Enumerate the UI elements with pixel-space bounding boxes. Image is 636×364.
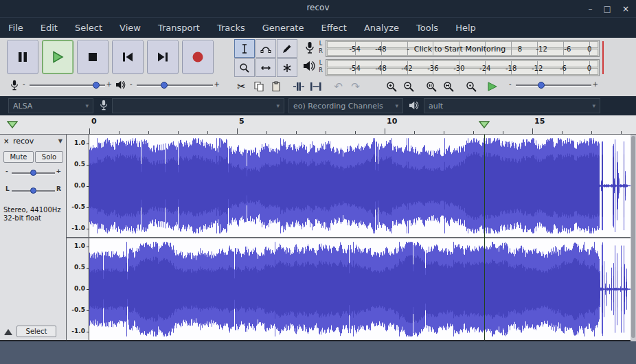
silence-selection-button[interactable] [307, 78, 324, 95]
timeline-playhead-marker[interactable] [479, 121, 490, 128]
window-controls: – □ × [589, 0, 629, 17]
skip-to-end-button[interactable] [147, 40, 179, 74]
meter-tick-label: -48 [375, 45, 386, 52]
pan-slider[interactable]: L R [5, 184, 61, 196]
menu-item-tools[interactable]: Tools [416, 23, 438, 33]
solo-button[interactable]: Solo [35, 151, 63, 163]
paste-button[interactable] [267, 78, 284, 95]
play-button[interactable] [42, 40, 73, 74]
menu-item-tracks[interactable]: Tracks [217, 23, 245, 33]
stop-button[interactable] [77, 40, 109, 74]
slider-thumb[interactable] [30, 187, 36, 194]
meter-tick-line [511, 41, 512, 56]
select-button[interactable]: Select [16, 326, 56, 337]
pause-button[interactable] [7, 40, 38, 74]
selection-tool-button[interactable] [234, 39, 255, 58]
copy-button[interactable] [250, 78, 267, 95]
waveform-channel-right[interactable] [89, 238, 631, 340]
track-name[interactable]: recov [13, 137, 34, 146]
audacity-window: recov – □ × FileEditSelectViewTransportT… [0, 0, 636, 364]
zoom-tool-button[interactable] [234, 58, 255, 77]
meter-tick-label: -54 [350, 45, 361, 52]
collapse-button[interactable] [3, 328, 14, 337]
record-meter-right-label: R [319, 48, 323, 54]
slider-thumb[interactable] [30, 170, 36, 176]
maximize-button[interactable]: □ [604, 4, 611, 14]
zoom-out-button[interactable] [400, 78, 418, 95]
record-button[interactable] [182, 40, 214, 74]
menu-item-select[interactable]: Select [75, 23, 102, 33]
waveform-channel-left[interactable] [89, 135, 631, 237]
trim-outside-selection-button[interactable] [290, 78, 307, 95]
redo-button[interactable]: ↷ [347, 78, 364, 95]
meter-monitor-text[interactable]: Click to Start Monitoring [414, 44, 506, 53]
slider-thumb[interactable] [538, 82, 545, 89]
copy-icon [253, 81, 264, 92]
zoom-toggle-button[interactable] [463, 78, 480, 95]
recording-meter-mic-icon[interactable] [305, 41, 315, 56]
playback-volume-slider[interactable]: - + [130, 78, 220, 91]
titlebar[interactable]: recov – □ × [0, 0, 636, 17]
scrollbar-thumb[interactable] [631, 136, 635, 338]
play-at-speed-button[interactable] [482, 79, 503, 94]
meter-tick-label: -36 [427, 64, 438, 71]
channel-divider[interactable] [67, 237, 631, 238]
gain-slider[interactable]: - + [5, 166, 61, 179]
menu-item-view[interactable]: View [120, 23, 141, 33]
vertical-scrollbar[interactable] [631, 135, 636, 341]
recording-channels-dropdown[interactable]: eo) Recording Channels ▾ [288, 98, 403, 113]
playback-device-speaker-icon [409, 101, 419, 110]
play-meter-right-label: R [319, 67, 323, 73]
draw-tool-button[interactable] [277, 39, 297, 58]
timeline-left-marker[interactable] [7, 121, 18, 128]
slider-thumb[interactable] [93, 82, 100, 89]
playback-meter[interactable]: -54-48-42-36-30-24-18-12-60 [326, 59, 600, 76]
minimize-button[interactable]: – [589, 4, 593, 14]
track-menu-arrow-icon[interactable]: ▼ [58, 138, 63, 144]
slider-min-label: - [130, 80, 133, 88]
multi-tool-button[interactable] [277, 58, 297, 77]
scissors-icon: ✂ [237, 80, 246, 93]
skip-to-start-button[interactable] [112, 40, 144, 74]
envelope-tool-button[interactable] [255, 39, 276, 58]
playback-meter-speaker-icon[interactable] [303, 60, 315, 71]
zoom-in-button[interactable] [383, 78, 400, 95]
scale-tick [87, 247, 89, 247]
fit-selection-button[interactable] [423, 78, 440, 95]
scale-label: 1.0 [74, 139, 85, 146]
recording-volume-slider[interactable]: - + [23, 78, 112, 91]
slider-track[interactable] [516, 84, 591, 86]
play-speed-slider[interactable]: - + [509, 78, 598, 91]
menu-item-file[interactable]: File [8, 23, 23, 33]
slider-track[interactable] [137, 84, 213, 86]
record-meter-channel-labels: L R [317, 40, 324, 55]
cut-button[interactable]: ✂ [233, 78, 250, 95]
menu-item-help[interactable]: Help [455, 23, 476, 33]
playback-device-dropdown[interactable]: ault ▾ [424, 98, 600, 113]
slider-min-label: - [23, 80, 25, 88]
tools-toolbar [234, 39, 297, 77]
mute-button[interactable]: Mute [3, 151, 34, 163]
scale-tick [87, 144, 89, 144]
fit-project-button[interactable] [440, 78, 457, 95]
track-close-button[interactable]: × [3, 137, 9, 145]
recording-meter[interactable]: Click to Start Monitoring -54-48-8-12-60 [326, 40, 600, 57]
menu-item-effect[interactable]: Effect [321, 23, 346, 33]
timeshift-tool-button[interactable] [255, 58, 276, 77]
play-meter-left-label: L [319, 60, 322, 66]
menu-item-analyze[interactable]: Analyze [364, 23, 399, 33]
menu-item-transport[interactable]: Transport [158, 23, 200, 33]
audio-host-dropdown[interactable]: ALSA ▾ [8, 98, 93, 113]
window-title: recov [0, 3, 636, 12]
slider-thumb[interactable] [161, 82, 168, 89]
undo-button[interactable]: ↶ [330, 78, 347, 95]
recording-device-dropdown[interactable]: ▾ [112, 98, 284, 113]
meter-tick-label: 0 [587, 45, 591, 52]
menu-item-generate[interactable]: Generate [262, 23, 304, 33]
close-button[interactable]: × [622, 4, 629, 14]
play-at-speed-icon [487, 82, 498, 91]
meter-tick-label: 8 [518, 45, 522, 52]
menu-item-edit[interactable]: Edit [41, 23, 58, 33]
zoom-toolbar [383, 78, 480, 95]
timeline-ruler[interactable]: 051015 [0, 115, 636, 135]
